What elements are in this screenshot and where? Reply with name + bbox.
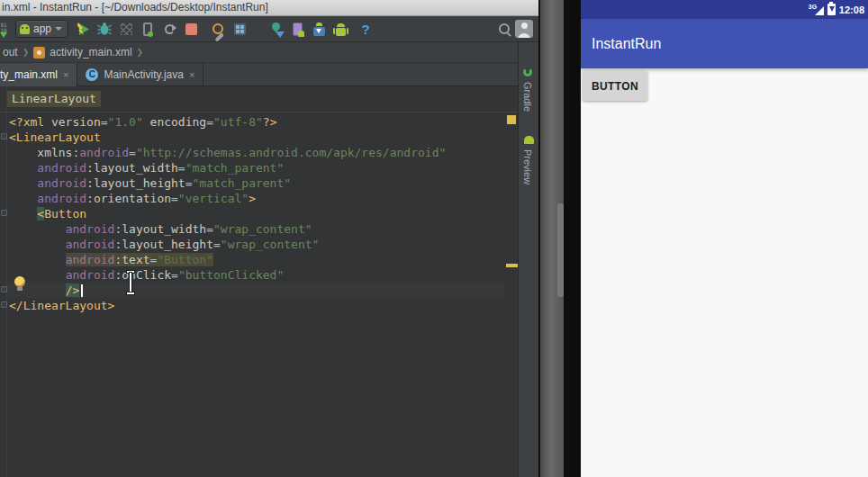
window-title: in.xml - InstantRun - [~/Downloads/Deskt…	[2, 1, 268, 14]
breadcrumb-separator: ❯	[137, 48, 144, 57]
emulator-screen: 3G 12:08 InstantRun BUTTON	[581, 0, 868, 477]
tab-label: ty_main.xml	[0, 68, 58, 81]
coverage-icon	[121, 23, 132, 35]
error-stripe-warning-mark[interactable]	[507, 115, 516, 124]
app-action-bar: InstantRun	[581, 19, 868, 68]
search-everywhere-button[interactable]	[495, 19, 513, 39]
android-icon	[20, 24, 30, 34]
android-monitor-button[interactable]	[331, 19, 349, 39]
editor-tab-bar: ty_main.xml × C MainActivity.java ×	[0, 63, 538, 86]
intention-bulb-icon[interactable]	[14, 276, 25, 287]
breadcrumb-item-file[interactable]: activity_main.xml	[50, 46, 131, 58]
sync-pin-icon	[270, 21, 282, 32]
tab-activity-main-xml[interactable]: ty_main.xml ×	[0, 63, 77, 86]
code-line[interactable]: xmlns:android="http://schemas.android.co…	[7, 145, 504, 160]
code-line[interactable]: android:layout_width="match_parent"	[7, 160, 504, 176]
editor-breadcrumb-chip[interactable]: LinearLayout	[7, 91, 101, 107]
editor-breadcrumb-divider	[0, 112, 518, 112]
run-configuration-label: app	[33, 22, 51, 35]
main-toolbar: 01 10 app	[0, 16, 538, 42]
signal-3g-icon: 3G	[809, 4, 824, 15]
tab-label: MainActivity.java	[104, 68, 183, 81]
breadcrumb-item-layout[interactable]: out	[3, 46, 18, 58]
battery-icon	[827, 4, 836, 15]
code-editor[interactable]: <?xml version="1.0" encoding="utf-8"?><L…	[7, 114, 504, 313]
desktop: in.xml - InstantRun - [~/Downloads/Deskt…	[0, 0, 868, 477]
java-class-icon: C	[86, 68, 98, 81]
window-titlebar: in.xml - InstantRun - [~/Downloads/Deskt…	[0, 0, 538, 16]
sdk-manager-icon	[313, 27, 325, 36]
code-line[interactable]: android:layout_height="match_parent"	[7, 176, 504, 191]
code-line[interactable]: </LinearLayout>	[7, 298, 504, 313]
breadcrumb-separator: ❯	[23, 48, 30, 57]
help-button[interactable]: ?	[357, 19, 375, 39]
android-preview-icon	[524, 136, 534, 144]
fold-marker-icon[interactable]	[1, 133, 7, 140]
sdk-manager-button[interactable]	[310, 19, 328, 39]
navigation-breadcrumb: out ❯ activity_main.xml ❯	[0, 42, 538, 63]
code-line[interactable]: <?xml version="1.0" encoding="utf-8"?>	[7, 114, 504, 130]
tab-mainactivity-java[interactable]: C MainActivity.java ×	[77, 63, 203, 86]
project-structure-button[interactable]	[209, 19, 227, 39]
fold-marker-icon[interactable]	[1, 302, 7, 308]
code-line[interactable]: android:layout_height="wrap_content"	[7, 237, 504, 252]
close-icon[interactable]: ×	[63, 69, 68, 80]
debug-button[interactable]	[95, 19, 113, 39]
run-button[interactable]	[74, 19, 92, 39]
run-with-coverage-button[interactable]	[117, 19, 135, 39]
android-button-widget[interactable]: BUTTON	[583, 71, 647, 101]
make-project-icon[interactable]: 01 10	[0, 19, 12, 39]
xml-file-icon	[33, 47, 45, 58]
close-icon[interactable]: ×	[189, 69, 194, 80]
run-play-icon	[76, 22, 91, 37]
error-stripe-changed-mark[interactable]	[506, 264, 518, 267]
app-title: InstantRun	[592, 36, 661, 52]
code-line[interactable]: android:onClick="buttonClicked"	[7, 267, 504, 283]
search-icon	[499, 23, 510, 34]
right-toolwindow-strip: Gradle Preview	[518, 42, 538, 477]
stop-icon	[185, 23, 197, 35]
wrench-gear-icon	[212, 22, 224, 35]
status-bar-time: 12:08	[839, 4, 864, 15]
attach-device-icon	[143, 22, 152, 36]
android-studio-window: in.xml - InstantRun - [~/Downloads/Deskt…	[0, 0, 538, 477]
code-line[interactable]: android:text="Button"	[7, 252, 504, 267]
rerun-button[interactable]	[160, 19, 178, 39]
avd-manager-button[interactable]	[231, 19, 249, 39]
stop-button[interactable]	[182, 19, 200, 39]
editor-pane: LinearLayout <?xml version="1.0" encodin…	[0, 86, 518, 477]
run-configuration-dropdown[interactable]: app	[15, 20, 68, 38]
code-line[interactable]: android:orientation="vertical">	[7, 191, 504, 206]
emulator-device-frame	[538, 0, 581, 477]
help-icon: ?	[361, 22, 369, 37]
user-avatar-icon[interactable]	[515, 20, 533, 38]
device-monitor-button[interactable]	[288, 19, 306, 39]
device-bezel	[564, 0, 581, 477]
code-line[interactable]: android:layout_width="wrap_content"	[7, 221, 504, 237]
gradle-icon	[523, 68, 532, 76]
gradle-sync-button[interactable]	[267, 19, 285, 39]
fold-marker-icon[interactable]	[1, 210, 7, 216]
device-phone-icon	[293, 22, 303, 36]
fold-marker-icon[interactable]	[1, 286, 7, 292]
code-line[interactable]: <Button	[7, 206, 504, 221]
android-robot-icon	[336, 28, 346, 36]
code-line[interactable]: <LinearLayout	[7, 130, 504, 145]
mouse-cursor-ibeam	[126, 271, 135, 294]
android-status-bar: 3G 12:08	[581, 0, 868, 19]
make-arrow-icon	[1, 32, 8, 37]
bug-icon	[97, 22, 112, 36]
chevron-down-icon	[55, 27, 62, 31]
attach-debugger-button[interactable]	[139, 19, 157, 39]
text-caret	[81, 284, 83, 297]
sync-down-arrow-icon	[276, 32, 285, 38]
device-volume-button	[557, 203, 564, 297]
rerun-arrow-icon	[165, 24, 175, 34]
toolwindow-preview-button[interactable]: Preview	[522, 149, 533, 184]
avd-manager-icon	[234, 23, 246, 35]
toolwindow-gradle-button[interactable]: Gradle	[522, 82, 533, 112]
